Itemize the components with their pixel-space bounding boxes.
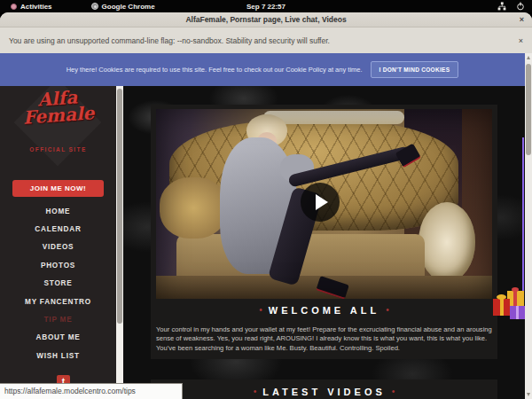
clock[interactable]: Sep 7 22:57: [0, 3, 532, 11]
sidebar-menu: HOMECALENDARVIDEOSPHOTOSSTOREMY FANCENTR…: [0, 202, 116, 365]
window-title: AlfaFemale, Pornstar page, Live chat, Vi…: [185, 15, 346, 24]
activities-button[interactable]: Activities: [11, 3, 52, 11]
system-tray[interactable]: [497, 2, 525, 11]
main-content-area: • WELCOME ALL • Your control in my hands…: [123, 86, 525, 399]
app-menu-label: Google Chrome: [102, 3, 155, 11]
power-icon: [516, 2, 525, 11]
browser-scrollbar-thumb[interactable]: [526, 64, 531, 155]
latest-videos-card: • LATEST VIDEOS •: [151, 379, 497, 399]
system-top-bar: Activities Google Chrome Sep 7 22:57: [0, 0, 532, 12]
browser-scrollbar[interactable]: [525, 53, 532, 399]
latest-videos-heading: • LATEST VIDEOS •: [151, 387, 497, 397]
official-site-tagline: OFFICIAL SITE: [0, 146, 116, 153]
sandbox-warning-infobar: You are using an unsupported command-lin…: [0, 27, 532, 53]
gift-box-red-icon: [493, 299, 510, 316]
cookie-consent-banner: Hey there! Cookies are required to use t…: [0, 53, 525, 86]
sidebar-item-videos[interactable]: VIDEOS: [0, 239, 116, 256]
window-close-button[interactable]: ×: [520, 12, 524, 27]
heading-bullet-right: •: [392, 387, 395, 396]
play-icon: [316, 194, 328, 210]
network-icon: [497, 2, 506, 11]
sidebar-item-about-me[interactable]: ABOUT ME: [0, 329, 116, 347]
window-titlebar[interactable]: AlfaFemale, Pornstar page, Live chat, Vi…: [0, 12, 532, 27]
welcome-heading-text: WELCOME ALL: [269, 305, 379, 316]
sidebar: Alfa Female OFFICIAL SITE JOIN ME NOW! H…: [0, 86, 116, 399]
cookie-accept-button[interactable]: I DON'T MIND COOKIES: [371, 61, 459, 78]
join-me-now-button[interactable]: JOIN ME NOW!: [12, 180, 104, 197]
sidebar-scrollbar[interactable]: [116, 86, 123, 399]
welcome-heading: • WELCOME ALL •: [151, 305, 497, 316]
activities-label: Activities: [20, 3, 52, 11]
link-status-tooltip: https://alfafemale.modelcentro.com/tips: [0, 383, 183, 399]
sidebar-item-store[interactable]: STORE: [0, 275, 116, 293]
welcome-paragraph: Your control in my hands and your wallet…: [156, 325, 492, 353]
heading-bullet-left: •: [254, 387, 257, 396]
sidebar-scrollbar-thumb[interactable]: [117, 89, 122, 324]
send-gift-widget[interactable]: [493, 291, 525, 323]
video-play-button[interactable]: [301, 183, 340, 222]
focused-app-menu[interactable]: Google Chrome: [91, 3, 155, 11]
page-viewport: Hey there! Cookies are required to use t…: [0, 53, 532, 399]
sidebar-item-home[interactable]: HOME: [0, 202, 116, 220]
scroll-up-arrow-icon[interactable]: [527, 56, 530, 59]
heading-bullet-left: •: [259, 306, 262, 315]
browser-window: AlfaFemale, Pornstar page, Live chat, Vi…: [0, 12, 532, 399]
sidebar-item-calendar[interactable]: CALENDAR: [0, 220, 116, 238]
chrome-icon: [91, 3, 98, 10]
video-thumbnail[interactable]: [156, 109, 492, 299]
gift-box-purple-icon: [510, 306, 525, 319]
latest-videos-heading-text: LATEST VIDEOS: [262, 387, 386, 397]
cookie-message: Hey there! Cookies are required to use t…: [66, 66, 363, 74]
sidebar-item-my-fancentro[interactable]: MY FANCENTRO: [0, 293, 116, 310]
gift-widget-tab[interactable]: [522, 137, 524, 306]
scroll-down-arrow-icon[interactable]: [527, 393, 530, 396]
sidebar-item-wish-list[interactable]: WISH LIST: [0, 347, 116, 364]
recording-indicator-icon: [11, 4, 17, 10]
infobar-message: You are using an unsupported command-lin…: [9, 36, 330, 45]
sidebar-item-tip-me[interactable]: TIP ME: [0, 310, 116, 328]
infobar-close-button[interactable]: ×: [519, 36, 523, 45]
sidebar-item-photos[interactable]: PHOTOS: [0, 256, 116, 274]
site-page: Alfa Female OFFICIAL SITE JOIN ME NOW! H…: [0, 86, 525, 399]
welcome-card: • WELCOME ALL • Your control in my hands…: [151, 105, 497, 359]
heading-bullet-right: •: [386, 306, 389, 315]
